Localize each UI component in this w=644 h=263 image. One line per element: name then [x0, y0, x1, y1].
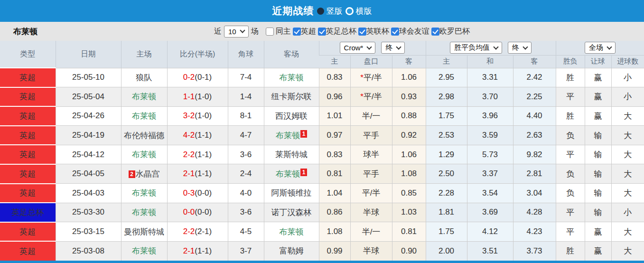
league-checkbox-facup[interactable]	[318, 28, 326, 36]
match-date: 25-03-15	[56, 222, 121, 242]
result-wdl: 平	[556, 87, 585, 107]
handicap-line-text: 半球	[363, 208, 379, 217]
home-rank-badge: 2	[129, 170, 135, 178]
scope-select[interactable]: 全场	[585, 42, 616, 54]
filter-bar: 布莱顿 近 10 场 同主 英超 英足总杯 英联杯 球会友谊 欧罗巴杯	[0, 22, 644, 41]
header-score: 比分(半场)	[167, 41, 228, 68]
score-cell: 2-1(1-1)	[167, 164, 228, 184]
away-team-cell: 诺丁汉森林	[264, 203, 319, 222]
handicap-home-odds: 1.01	[319, 106, 350, 126]
panel-title: 近期战绩	[272, 4, 314, 18]
away-team-name[interactable]: 莱斯特城	[275, 150, 308, 159]
away-team-name[interactable]: 布莱顿	[280, 73, 304, 82]
fulltime-score: 3-2	[183, 111, 195, 120]
table-row: 英足总杯25-03-30布莱顿0-0(0-0)3-6诺丁汉森林0.86半球1.0…	[0, 203, 644, 222]
corners-cell: 8-1	[228, 106, 264, 126]
league-label-europa: 欧罗巴杯	[439, 27, 470, 37]
score-cell: 2-2(1-1)	[167, 145, 228, 164]
away-rank-badge: 1	[300, 130, 307, 138]
avg-odds-select[interactable]: 胜平负均值	[450, 42, 502, 54]
avg-away-odds: 2.42	[513, 68, 556, 87]
match-count-select[interactable]: 10	[224, 26, 249, 38]
away-team-name[interactable]: 诺丁汉森林	[271, 208, 312, 217]
horizontal-layout-radio[interactable]	[345, 7, 354, 15]
handicap-away-odds: 0.93	[392, 87, 426, 107]
away-team-name[interactable]: 阿斯顿维拉	[271, 188, 312, 197]
halftime-score: (1-1)	[195, 246, 212, 255]
odds-company-select[interactable]: Crow*	[340, 42, 376, 54]
subheader-goals: 进球数	[611, 55, 644, 68]
score-cell: 2-2(2-1)	[167, 222, 228, 242]
home-team-name[interactable]: 狼队	[136, 73, 152, 82]
handicap-line: 半/一	[350, 106, 392, 126]
subheader-handicap-result: 让球	[585, 55, 611, 68]
result-wdl: 平	[556, 145, 585, 164]
result-handicap: 赢	[585, 68, 611, 87]
avg-draw-odds: 5.73	[467, 145, 513, 164]
home-team-name[interactable]: 水晶宫	[136, 169, 160, 178]
home-team-cell: 布伦特福德	[121, 126, 167, 145]
chevron-down-icon	[240, 28, 245, 33]
home-team-cell: 狼队	[121, 68, 167, 87]
away-team-name[interactable]: 布莱顿	[280, 227, 304, 236]
league-checkbox-europa[interactable]	[431, 28, 439, 36]
home-team-name[interactable]: 布莱顿	[132, 92, 156, 101]
handicap-line-text: 平/半	[362, 188, 381, 197]
home-team-name[interactable]: 曼彻斯特城	[124, 227, 164, 236]
away-team-name[interactable]: 布莱顿	[276, 169, 300, 178]
result-goals: 大	[611, 241, 644, 261]
home-team-name[interactable]: 布莱顿	[132, 150, 156, 159]
scope-select-group: 全场	[556, 41, 644, 55]
home-team-name[interactable]: 布莱顿	[132, 112, 156, 121]
result-handicap: 赢	[585, 241, 611, 261]
home-team-name[interactable]: 布莱顿	[132, 188, 156, 197]
handicap-line-text: 平/半	[364, 92, 382, 101]
handicap-select-group: Crow* 终	[319, 41, 426, 55]
vertical-layout-label[interactable]: 竖版	[327, 6, 343, 17]
subheader-handicap-line: 盘口	[350, 55, 392, 68]
handicap-line: 平手	[350, 126, 392, 145]
handicap-line: *平/半	[350, 87, 392, 107]
avg-away-odds: 2.81	[513, 164, 556, 184]
header-corners: 角球	[228, 41, 264, 68]
handicap-away-odds: 1.06	[392, 68, 426, 87]
header-away: 客场	[264, 41, 319, 68]
avg-away-odds: 3.04	[513, 184, 556, 203]
league-checkbox-friendly[interactable]	[391, 28, 399, 36]
odds-period-select[interactable]: 终	[381, 42, 405, 54]
fulltime-score: 0-0	[183, 207, 195, 216]
subheader-avg-home: 主	[426, 55, 467, 68]
league-checkbox-epl[interactable]	[293, 28, 301, 36]
same-home-checkbox[interactable]	[266, 28, 274, 36]
handicap-line-text: 半球	[363, 246, 379, 255]
result-goals: 大	[611, 126, 644, 145]
match-date: 25-04-19	[56, 126, 121, 145]
home-team-name[interactable]: 布伦特福德	[124, 131, 164, 140]
halftime-score: (0-0)	[195, 207, 212, 216]
match-date: 25-05-04	[56, 87, 121, 107]
vertical-layout-radio[interactable]	[317, 8, 324, 15]
away-team-name[interactable]: 布莱顿	[276, 131, 300, 140]
home-team-cell: 布莱顿	[121, 241, 167, 261]
handicap-away-odds: 1.03	[392, 203, 426, 222]
home-team-name[interactable]: 布莱顿	[132, 246, 156, 255]
league-checkbox-eflcup[interactable]	[358, 28, 366, 36]
avg-period-select[interactable]: 终	[508, 42, 532, 54]
home-team-cell: 布莱顿	[121, 145, 167, 164]
handicap-home-odds: 0.99	[319, 241, 350, 261]
result-goals: 小	[611, 203, 644, 222]
away-team-name[interactable]: 西汉姆联	[275, 112, 308, 121]
horizontal-layout-label[interactable]: 横版	[356, 6, 372, 17]
away-team-name[interactable]: 富勒姆	[280, 246, 304, 255]
away-team-name[interactable]: 纽卡斯尔联	[271, 92, 312, 101]
result-goals: 小	[611, 87, 644, 107]
result-wdl: 负	[556, 126, 585, 145]
result-goals: 大	[611, 164, 644, 184]
avg-home-odds: 2.28	[426, 184, 467, 203]
home-team-cell: 布莱顿	[121, 184, 167, 203]
title-bar: 近期战绩 竖版 横版	[0, 0, 644, 22]
fulltime-score: 4-2	[183, 131, 195, 140]
home-team-name[interactable]: 布莱顿	[132, 208, 156, 217]
score-cell: 2-1(1-1)	[167, 241, 228, 261]
handicap-line: *平/半	[350, 68, 392, 87]
